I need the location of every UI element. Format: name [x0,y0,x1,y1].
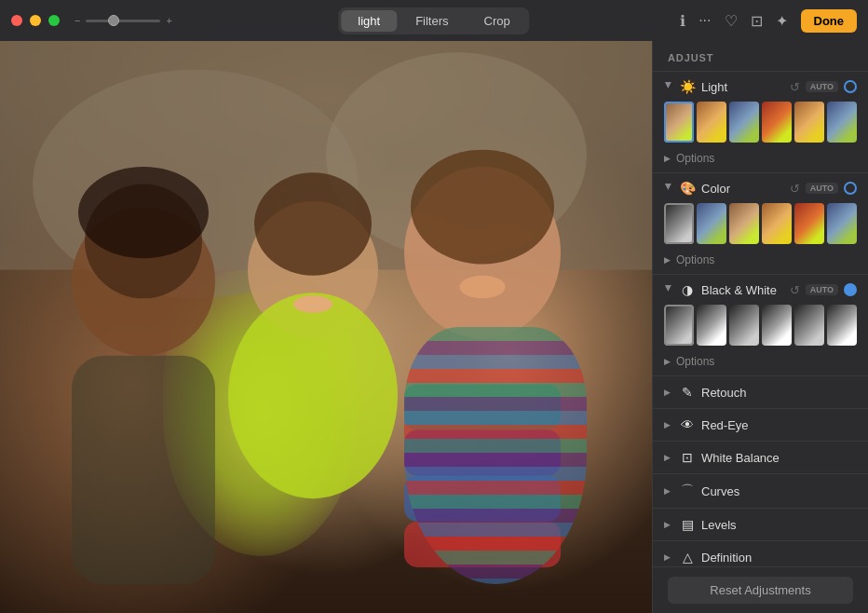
light-toggle[interactable] [844,80,857,93]
svg-rect-11 [404,476,561,522]
bw-auto-badge[interactable]: AUTO [806,284,838,295]
color-options-chevron-icon: ▶ [664,255,671,265]
light-thumb-0[interactable] [664,102,694,143]
light-options[interactable]: ▶ Options [653,150,868,172]
info-icon[interactable]: ℹ [680,12,685,30]
curves-title: Curves [701,484,857,498]
bw-thumb-5[interactable] [827,305,857,346]
color-thumb-2[interactable] [729,203,759,244]
svg-point-13 [78,167,209,258]
retouch-section[interactable]: ▶ ✎ Retouch [653,376,868,409]
reset-adjustments-button[interactable]: Reset Adjustments [668,577,853,604]
svg-point-7 [228,293,398,498]
bw-section: ▶ ◑ Black & White ↺ AUTO [653,275,868,376]
light-thumb-strip [653,102,868,150]
color-options[interactable]: ▶ Options [653,252,868,274]
bw-title: Black & White [701,283,784,297]
svg-rect-5 [72,356,215,585]
light-controls: ↺ AUTO [790,80,857,94]
light-header[interactable]: ▶ ☀️ Light ↺ AUTO [653,72,868,102]
zoom-slider[interactable]: − + [75,15,172,26]
color-thumb-3[interactable] [762,203,792,244]
color-thumb-1[interactable] [697,203,726,244]
definition-title: Definition [701,551,857,565]
retouch-title: Retouch [701,386,857,400]
bw-thumb-2[interactable] [729,305,759,346]
retouch-icon: ✎ [679,385,696,400]
color-controls: ↺ AUTO [790,182,857,196]
bw-reset-icon[interactable]: ↺ [790,283,800,297]
wb-section[interactable]: ▶ ⊡ White Balance [653,442,868,474]
view-tabs: light Filters Crop [338,7,529,34]
definition-section[interactable]: ▶ △ Definition [653,541,868,566]
svg-rect-12 [404,522,561,567]
wb-chevron-icon: ▶ [664,453,673,462]
close-button[interactable] [11,15,22,26]
panel-scroll[interactable]: ▶ ☀️ Light ↺ AUTO [653,72,868,566]
heart-icon[interactable]: ♡ [725,12,738,30]
svg-rect-9 [404,384,561,429]
redeye-section[interactable]: ▶ 👁 Red-Eye [653,409,868,442]
zoom-in-icon: + [166,15,171,26]
slider-thumb [108,15,119,26]
redeye-icon: 👁 [679,417,696,432]
color-title: Color [701,182,784,196]
bw-thumb-3[interactable] [762,305,792,346]
tab-filters[interactable]: Filters [399,10,465,32]
light-thumb-5[interactable] [827,102,857,143]
wb-icon: ⊡ [679,450,696,465]
light-thumb-3[interactable] [762,102,792,143]
bw-thumb-4[interactable] [794,305,824,346]
svg-rect-10 [404,430,561,476]
maximize-button[interactable] [48,15,60,26]
light-options-chevron-icon: ▶ [664,154,671,163]
bw-header[interactable]: ▶ ◑ Black & White ↺ AUTO [653,275,868,305]
minimize-button[interactable] [30,15,41,26]
photo-image [0,41,652,613]
color-icon: 🎨 [679,181,696,196]
photo-area[interactable] [0,41,652,613]
bw-thumb-1[interactable] [697,305,726,346]
color-thumb-5[interactable] [827,203,857,244]
color-thumb-4[interactable] [794,203,824,244]
color-thumb-0[interactable] [664,203,694,244]
definition-chevron-icon: ▶ [664,552,673,562]
light-section: ▶ ☀️ Light ↺ AUTO [653,72,868,173]
color-options-label: Options [676,253,714,266]
tab-crop[interactable]: Crop [468,10,527,32]
levels-title: Levels [701,518,857,532]
bw-options[interactable]: ▶ Options [653,353,868,375]
redeye-title: Red-Eye [701,418,857,432]
light-thumb-2[interactable] [729,102,759,143]
light-auto-badge[interactable]: AUTO [806,81,838,92]
light-icon: ☀️ [679,79,696,94]
bw-toggle[interactable] [844,283,857,296]
right-panel: ADJUST ▶ ☀️ Light ↺ AUTO [652,41,868,613]
bw-chevron-icon: ▶ [664,285,673,294]
light-title: Light [701,80,784,94]
titlebar: − + light Filters Crop ℹ ··· ♡ ⊡ ✦ Done [0,0,868,41]
color-reset-icon[interactable]: ↺ [790,182,800,196]
frame-icon[interactable]: ⊡ [751,12,763,30]
more-icon[interactable]: ··· [698,12,711,29]
color-toggle[interactable] [844,182,857,195]
tab-adjust[interactable]: light [341,10,397,32]
levels-section[interactable]: ▶ ▤ Levels [653,509,868,541]
color-thumb-strip [653,203,868,252]
curves-section[interactable]: ▶ ⌒ Curves [653,474,868,509]
magic-icon[interactable]: ✦ [776,12,788,30]
color-header[interactable]: ▶ 🎨 Color ↺ AUTO [653,173,868,203]
color-chevron-icon: ▶ [664,184,673,193]
bw-icon: ◑ [679,282,696,297]
svg-point-15 [411,150,554,265]
color-auto-badge[interactable]: AUTO [806,183,838,194]
color-section: ▶ 🎨 Color ↺ AUTO [653,173,868,275]
levels-chevron-icon: ▶ [664,520,673,529]
light-thumb-1[interactable] [697,102,726,143]
light-options-label: Options [676,152,714,165]
light-thumb-4[interactable] [794,102,824,143]
done-button[interactable]: Done [801,9,858,33]
levels-icon: ▤ [679,517,696,532]
bw-thumb-0[interactable] [664,305,694,346]
light-reset-icon[interactable]: ↺ [790,80,800,94]
